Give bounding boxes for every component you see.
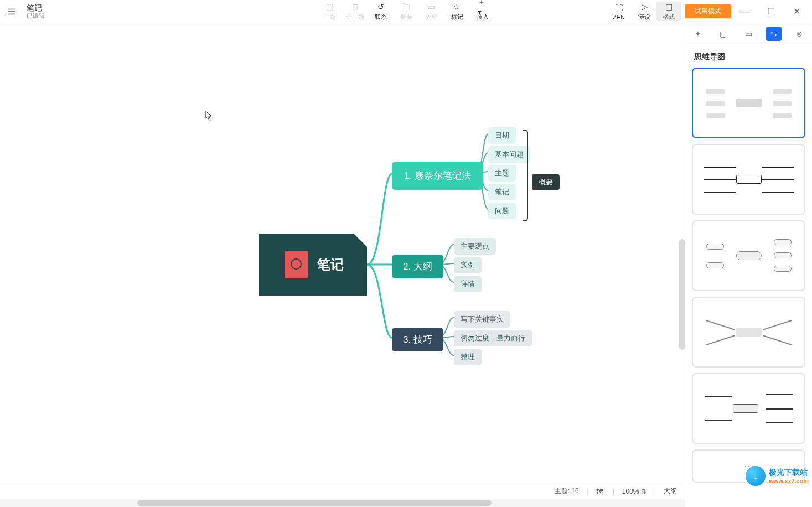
tool-pitch[interactable]: ▷演说 (632, 2, 657, 21)
canvas[interactable]: 笔记 1. 康奈尔笔记法 2. 大纲 3. 技巧 日期 基本问题 主题 笔记 问… (0, 23, 685, 507)
structure-option-2[interactable] (692, 144, 805, 215)
rtab-note-icon[interactable]: ▭ (741, 27, 756, 41)
toolbar-center: ⬚主题 ⊟子主题 ↺联系 ]□概要 ▭外框 ☆标记 ＋▾插入 (317, 2, 495, 21)
file-status: 已编辑 (27, 12, 45, 19)
file-title-area: 笔记 已编辑 (27, 3, 45, 20)
view-mode[interactable]: 大纲 (664, 487, 677, 496)
tool-boundary[interactable]: ▭外框 (419, 2, 444, 21)
window-maximize[interactable]: ☐ (760, 3, 782, 20)
leaf-note[interactable]: 笔记 (488, 184, 516, 200)
status-topic-count: 主题: 16 (555, 487, 579, 496)
status-bar: 主题: 16 | 🗺 | 100% ⇅ | 大纲 (0, 483, 685, 499)
structure-option-4[interactable] (692, 297, 805, 368)
watermark-logo-icon: ↓ (746, 466, 766, 486)
window-minimize[interactable]: — (735, 3, 757, 20)
file-title: 笔记 (27, 3, 45, 13)
leaf-topic[interactable]: 主题 (488, 165, 516, 182)
watermark-url: www.xz7.com (769, 478, 809, 484)
tool-summary[interactable]: ]□概要 (394, 2, 419, 21)
horizontal-scrollbar[interactable] (0, 499, 685, 507)
vertical-scroll-hint[interactable] (679, 239, 685, 350)
right-panel: ✦ ▢ ▭ ⇆ ⊗ 思维导图 (685, 23, 812, 507)
leaf-key-fact[interactable]: 写下关键事实 (454, 311, 510, 328)
tool-format[interactable]: ◫格式 (656, 2, 681, 21)
tool-subtopic[interactable]: ⊟子主题 (343, 2, 368, 21)
root-topic[interactable]: 笔记 (259, 234, 367, 296)
branch-1[interactable]: 1. 康奈尔笔记法 (392, 162, 483, 190)
mouse-cursor (205, 111, 213, 123)
right-panel-tabs: ✦ ▢ ▭ ⇆ ⊗ (685, 23, 812, 44)
window-close[interactable]: ✕ (785, 3, 808, 20)
leaf-moderate[interactable]: 切勿过度，量力而行 (454, 330, 532, 346)
structure-option-5[interactable] (692, 373, 805, 444)
branch-2[interactable]: 2. 大纲 (392, 255, 443, 278)
summary-bracket (523, 130, 528, 221)
structure-thumbnails: ⋯ (685, 68, 812, 507)
leaf-question[interactable]: 问题 (488, 203, 516, 219)
leaf-organize[interactable]: 整理 (454, 349, 482, 365)
trial-button[interactable]: 试用模式 (685, 4, 731, 18)
tool-zen[interactable]: ⛶ZEN (606, 2, 632, 21)
summary-node[interactable]: 概要 (532, 174, 560, 190)
rtab-play-icon[interactable]: ▢ (716, 27, 731, 41)
tool-topic[interactable]: ⬚主题 (317, 2, 343, 21)
branch-3[interactable]: 3. 技巧 (392, 328, 443, 351)
structure-option-1[interactable] (692, 68, 805, 138)
toolbar-right: ⛶ZEN ▷演说 (606, 2, 657, 21)
map-icon[interactable]: 🗺 (596, 487, 605, 496)
toolbar-far-right: ◫格式 试用模式 — ☐ ✕ (656, 2, 808, 21)
tool-insert[interactable]: ＋▾插入 (470, 2, 495, 21)
root-label: 笔记 (317, 256, 344, 273)
menu-button[interactable] (0, 7, 23, 17)
leaf-date[interactable]: 日期 (488, 127, 516, 144)
zoom-level[interactable]: 100% ⇅ (622, 488, 647, 495)
watermark-site: 极光下载站 (769, 468, 809, 478)
watermark: ↓ 极光下载站 www.xz7.com (746, 466, 809, 486)
tool-relation[interactable]: ↺联系 (368, 2, 394, 21)
leaf-detail[interactable]: 详情 (454, 276, 482, 292)
notebook-icon (283, 249, 309, 280)
structure-option-3[interactable] (692, 220, 805, 291)
rtab-style-icon[interactable]: ✦ (690, 27, 706, 41)
right-panel-title: 思维导图 (685, 44, 812, 68)
rtab-more-icon[interactable]: ⊗ (792, 27, 807, 41)
top-toolbar: 笔记 已编辑 ⬚主题 ⊟子主题 ↺联系 ]□概要 ▭外框 ☆标记 ＋▾插入 ⛶Z… (0, 0, 812, 23)
leaf-example[interactable]: 实例 (454, 257, 482, 273)
leaf-main-point[interactable]: 主要观点 (454, 238, 496, 255)
tool-marker[interactable]: ☆标记 (444, 2, 470, 21)
rtab-structure-icon[interactable]: ⇆ (766, 27, 782, 41)
